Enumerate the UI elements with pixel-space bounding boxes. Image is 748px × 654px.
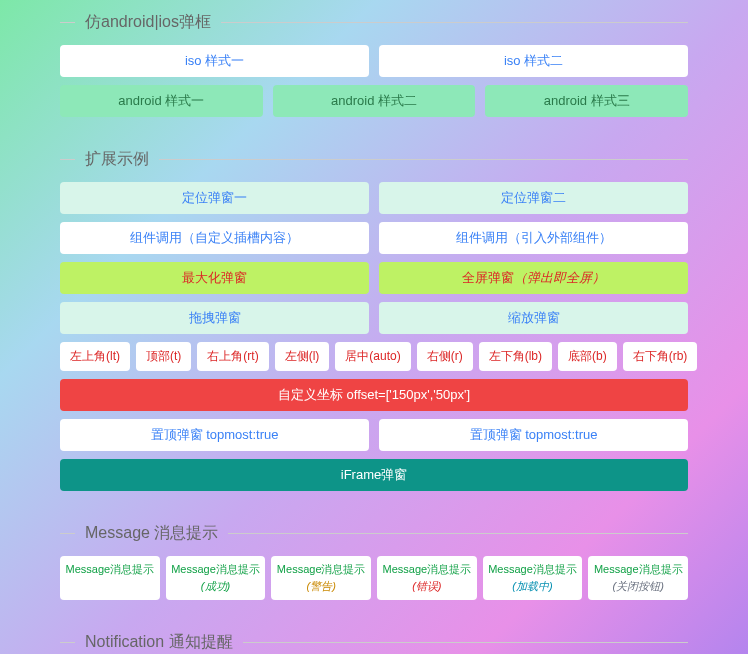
msg-error[interactable]: Message消息提示(错误) xyxy=(377,556,477,600)
btn-position-2[interactable]: 定位弹窗二 xyxy=(379,182,688,214)
msg-close[interactable]: Message消息提示(关闭按钮) xyxy=(588,556,688,600)
btn-maximize[interactable]: 最大化弹窗 xyxy=(60,262,369,294)
fullscreen-note: （弹出即全屏） xyxy=(514,270,605,285)
btn-pos-lt[interactable]: 左上角(lt) xyxy=(60,342,130,371)
btn-pos-lb[interactable]: 左下角(lb) xyxy=(479,342,552,371)
btn-component-ext[interactable]: 组件调用（引入外部组件） xyxy=(379,222,688,254)
section-title-notif: Notification 通知提醒 xyxy=(60,620,688,654)
section-title-mobile: 仿android|ios弹框 xyxy=(60,0,688,45)
btn-android-3[interactable]: android 样式三 xyxy=(485,85,688,117)
btn-pos-l[interactable]: 左侧(l) xyxy=(275,342,330,371)
btn-pos-auto[interactable]: 居中(auto) xyxy=(335,342,410,371)
msg-success[interactable]: Message消息提示(成功) xyxy=(166,556,266,600)
btn-pos-b[interactable]: 底部(b) xyxy=(558,342,617,371)
btn-topmost-2[interactable]: 置顶弹窗 topmost:true xyxy=(379,419,688,451)
fullscreen-label: 全屏弹窗 xyxy=(462,270,514,285)
message-grid: Message消息提示 Message消息提示(成功) Message消息提示(… xyxy=(60,556,688,600)
btn-position-1[interactable]: 定位弹窗一 xyxy=(60,182,369,214)
btn-custom-offset[interactable]: 自定义坐标 offset=['150px','50px'] xyxy=(60,379,688,411)
btn-iframe[interactable]: iFrame弹窗 xyxy=(60,459,688,491)
btn-pos-rt[interactable]: 右上角(rt) xyxy=(197,342,268,371)
btn-android-2[interactable]: android 样式二 xyxy=(273,85,476,117)
btn-topmost-1[interactable]: 置顶弹窗 topmost:true xyxy=(60,419,369,451)
btn-ios-2[interactable]: iso 样式二 xyxy=(379,45,688,77)
btn-pos-t[interactable]: 顶部(t) xyxy=(136,342,191,371)
btn-component-slot[interactable]: 组件调用（自定义插槽内容） xyxy=(60,222,369,254)
btn-drag[interactable]: 拖拽弹窗 xyxy=(60,302,369,334)
msg-default[interactable]: Message消息提示 xyxy=(60,556,160,600)
btn-android-1[interactable]: android 样式一 xyxy=(60,85,263,117)
section-title-msg: Message 消息提示 xyxy=(60,511,688,556)
btn-ios-1[interactable]: iso 样式一 xyxy=(60,45,369,77)
btn-pos-r[interactable]: 右侧(r) xyxy=(417,342,473,371)
btn-fullscreen[interactable]: 全屏弹窗（弹出即全屏） xyxy=(379,262,688,294)
msg-loading[interactable]: Message消息提示(加载中) xyxy=(483,556,583,600)
btn-pos-rb[interactable]: 右下角(rb) xyxy=(623,342,698,371)
section-title-ext: 扩展示例 xyxy=(60,137,688,182)
msg-warning[interactable]: Message消息提示(警告) xyxy=(271,556,371,600)
btn-resize[interactable]: 缩放弹窗 xyxy=(379,302,688,334)
